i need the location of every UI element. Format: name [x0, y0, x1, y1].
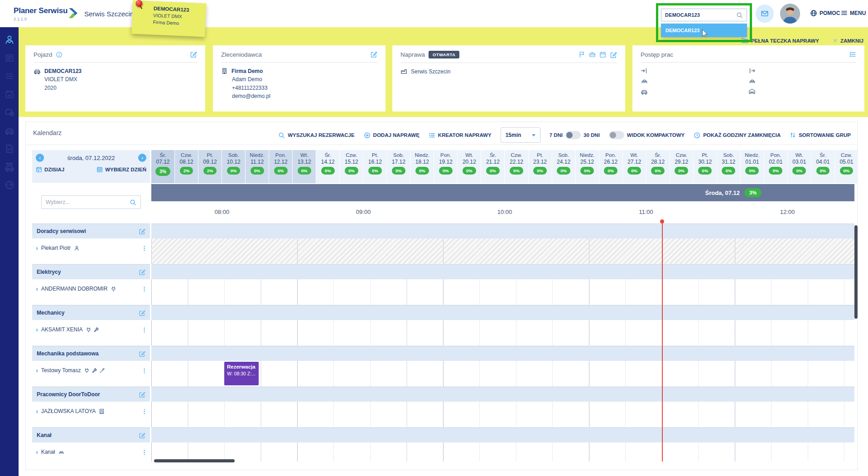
day-column[interactable]: Sob.10.120%: [222, 150, 245, 183]
messages-button[interactable]: [756, 5, 774, 23]
day-column[interactable]: Czw.08.122%: [175, 150, 198, 183]
row-menu-icon[interactable]: ⋮: [141, 326, 147, 333]
edit-icon[interactable]: [370, 51, 377, 58]
search-icon[interactable]: [736, 12, 743, 19]
nav-form-icon[interactable]: [0, 49, 19, 67]
nav-vehicle-check-icon[interactable]: [0, 103, 19, 121]
resource-row[interactable]: ›Piekart Piotr⋮: [32, 238, 150, 264]
timeline-row[interactable]: [151, 402, 854, 427]
nav-shuttle-icon[interactable]: [0, 158, 19, 176]
timeline-row[interactable]: [151, 279, 854, 305]
resource-row[interactable]: ›ANDERMANN DOBROMIR⋮: [32, 279, 150, 305]
nav-list-icon[interactable]: [0, 67, 19, 85]
row-menu-icon[interactable]: ⋮: [141, 367, 147, 374]
day-column[interactable]: Śr.21.120%: [481, 150, 504, 183]
edit-icon[interactable]: [610, 51, 617, 58]
calendar-icon[interactable]: [599, 51, 606, 58]
day-column[interactable]: Pt.16.120%: [363, 150, 386, 183]
day-column[interactable]: Wt.20.120%: [458, 150, 481, 183]
user-avatar[interactable]: [780, 4, 800, 24]
full-repair-folder-button[interactable]: PEŁNA TECZKA NAPRAWY: [742, 37, 819, 44]
timeline-row[interactable]: RezerwacjaW: 08:30 Z:...: [151, 361, 854, 387]
edit-group-icon[interactable]: [139, 310, 145, 316]
edit-group-icon[interactable]: [139, 228, 145, 235]
day-column[interactable]: Niedz.25.120%: [576, 150, 599, 183]
day-column[interactable]: Wt.13.120%: [293, 150, 316, 183]
row-menu-icon[interactable]: ⋮: [141, 245, 147, 252]
add-repair-button[interactable]: DODAJ NAPRAWĘ: [364, 132, 420, 139]
edit-group-icon[interactable]: [139, 391, 145, 398]
day-column[interactable]: Czw.05.010%: [835, 150, 858, 183]
nav-report-icon[interactable]: [0, 140, 19, 158]
row-menu-icon[interactable]: ⋮: [141, 286, 147, 292]
vertical-scrollbar[interactable]: [854, 225, 858, 319]
day-column[interactable]: Pt.23.120%: [529, 150, 552, 183]
closing-hours-button[interactable]: POKAŻ GODZINY ZAMKNIĘCIA: [694, 132, 781, 139]
sort-groups-button[interactable]: SORTOWANIE GRUP: [790, 132, 851, 138]
timeline-row-unavailable[interactable]: [151, 238, 854, 264]
sticky-note[interactable]: DEMOCAR123 VIOLET DMX Firma Demo: [131, 0, 206, 37]
day-column[interactable]: Wt.03.010%: [788, 150, 811, 183]
resource-row[interactable]: ›Kanał⋮: [32, 442, 150, 461]
day-column[interactable]: Śr.04.010%: [811, 150, 834, 183]
edit-group-icon[interactable]: [139, 350, 145, 357]
pick-day-button[interactable]: WYBIERZ DZIEŃ: [96, 166, 146, 173]
nav-advisors-icon[interactable]: [0, 31, 19, 49]
expand-chevron-icon[interactable]: ›: [36, 245, 38, 251]
nav-car-icon[interactable]: [0, 121, 19, 140]
expand-chevron-icon[interactable]: ›: [36, 408, 38, 414]
day-column[interactable]: Sob.31.120%: [717, 150, 740, 183]
day-column[interactable]: Pt.09.122%: [198, 150, 222, 183]
day-column[interactable]: Niedz.01.010%: [741, 150, 764, 183]
expand-chevron-icon[interactable]: ›: [36, 449, 38, 455]
interval-select[interactable]: 15min: [501, 127, 540, 143]
resource-row[interactable]: ›Testowy Tomasz⋮: [32, 361, 150, 387]
prev-day-button[interactable]: ‹: [36, 154, 44, 162]
day-column[interactable]: Niedz.18.120%: [410, 150, 434, 183]
help-button[interactable]: POMOC: [810, 10, 840, 17]
day-column[interactable]: Śr.14.120%: [316, 150, 339, 183]
search-dropdown-item[interactable]: DEMOCAR123: [661, 24, 747, 37]
edit-icon[interactable]: [190, 51, 197, 58]
repair-wizard-button[interactable]: KREATOR NAPRAWY: [429, 132, 492, 139]
day-column[interactable]: Pt.30.120%: [694, 150, 717, 183]
day-column[interactable]: Sob.24.120%: [552, 150, 575, 183]
day-column[interactable]: Pon.12.120%: [269, 150, 292, 183]
close-button[interactable]: ZAMKNIJ: [833, 38, 863, 44]
nav-gauge-icon[interactable]: [0, 176, 19, 194]
day-column[interactable]: Niedz.11.120%: [246, 150, 269, 183]
expand-chevron-icon[interactable]: ›: [36, 367, 38, 374]
menu-button[interactable]: MENU: [841, 10, 866, 16]
today-button[interactable]: DZISIAJ: [36, 166, 64, 173]
day-column[interactable]: Czw.15.120%: [340, 150, 363, 183]
day-column[interactable]: Śr.07.123%: [151, 150, 174, 183]
day-column[interactable]: Czw.22.120%: [505, 150, 528, 183]
day-column[interactable]: Pon.02.010%: [764, 150, 787, 183]
horizontal-scrollbar[interactable]: [154, 459, 235, 462]
day-column[interactable]: Pon.26.120%: [599, 150, 622, 183]
edit-group-icon[interactable]: [139, 432, 145, 439]
timeline-row[interactable]: [151, 442, 854, 461]
day-column[interactable]: Pon.19.120%: [434, 150, 457, 183]
global-search-input[interactable]: DEMOCAR123: [661, 9, 747, 21]
checklist-icon[interactable]: [849, 51, 856, 58]
row-menu-icon[interactable]: ⋮: [141, 408, 147, 415]
day-column[interactable]: Sob.17.120%: [387, 150, 410, 183]
expand-chevron-icon[interactable]: ›: [36, 326, 38, 333]
expand-chevron-icon[interactable]: ›: [36, 286, 38, 292]
days-toggle[interactable]: [565, 131, 581, 139]
resource-row[interactable]: ›JAZŁOWSKA LATOYA⋮: [32, 402, 150, 427]
case-icon[interactable]: [589, 51, 596, 58]
day-column[interactable]: Wt.27.120%: [623, 150, 646, 183]
day-column[interactable]: Czw.29.120%: [670, 150, 693, 183]
reservation-block[interactable]: RezerwacjaW: 08:30 Z:...: [224, 362, 259, 385]
info-icon[interactable]: [56, 51, 63, 58]
row-menu-icon[interactable]: ⋮: [141, 449, 147, 456]
group-filter-input[interactable]: Wybierz...: [41, 195, 141, 209]
nav-calendar-check-icon[interactable]: [0, 85, 19, 103]
resource-row[interactable]: ›AKSAMIT XENIA⋮: [32, 320, 150, 346]
flag-icon[interactable]: [579, 51, 585, 58]
day-column[interactable]: Śr.28.120%: [646, 150, 670, 183]
edit-group-icon[interactable]: [139, 269, 145, 276]
timeline-row[interactable]: [151, 320, 854, 346]
